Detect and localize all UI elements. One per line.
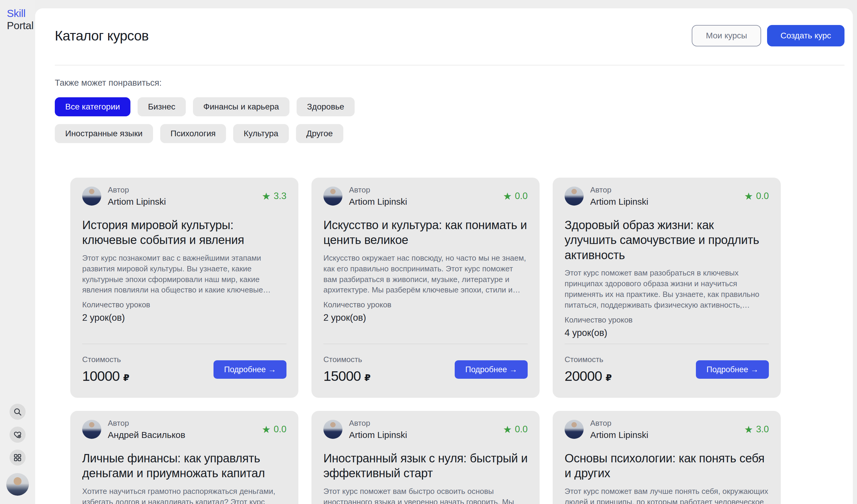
category-chip[interactable]: Психология (160, 124, 226, 143)
logo-skill: Skill (7, 7, 34, 19)
price-block: Стоимость 15000 ₽ (323, 355, 371, 384)
course-title: Основы психологии: как понять себя и дру… (565, 451, 769, 481)
category-chip[interactable]: Другое (296, 124, 343, 143)
card-footer: Стоимость 15000 ₽ Подробнее → (323, 355, 528, 384)
course-description: Этот курс поможет вам разобраться в ключ… (565, 268, 769, 311)
price-block: Стоимость 20000 ₽ (565, 355, 612, 384)
rating-value: 3.3 (274, 191, 286, 202)
create-course-button[interactable]: Создать курс (767, 25, 844, 47)
card-header: Автор Artiom Lipinski ★ 3.3 (82, 185, 286, 207)
logo[interactable]: Skill Portal (7, 7, 34, 32)
course-rating: ★ 0.0 (503, 424, 528, 435)
author-block: Автор Artiom Lipinski (349, 185, 407, 207)
details-button[interactable]: Подробнее → (455, 360, 528, 379)
cards-grid: Автор Artiom Lipinski ★ 3.3 История миро… (70, 178, 844, 504)
apps-button[interactable] (10, 450, 26, 466)
course-title: Искусство и культура: как понимать и цен… (323, 218, 528, 247)
author-name: Artiom Lipinski (590, 197, 648, 207)
author-label: Автор (590, 419, 648, 428)
price-label: Стоимость (323, 355, 371, 364)
apps-grid-icon (13, 453, 22, 462)
profile-avatar[interactable] (6, 473, 29, 496)
category-chip[interactable]: Иностранные языки (55, 124, 153, 143)
rating-value: 0.0 (515, 191, 528, 202)
card-divider (82, 344, 286, 344)
card-footer: Стоимость 20000 ₽ Подробнее → (565, 355, 769, 384)
author-label: Автор (590, 185, 648, 195)
lessons-value: 2 урок(ов) (82, 312, 286, 323)
course-description: Этот курс познакомит вас с важнейшими эт… (82, 253, 286, 296)
lessons-label: Количество уроков (323, 300, 528, 309)
star-icon: ★ (262, 424, 271, 434)
course-card: Автор Artiom Lipinski ★ 3.3 История миро… (70, 178, 298, 398)
course-description: Искусство окружает нас повсюду, но часто… (323, 253, 528, 296)
sidebar: Skill Portal (0, 0, 35, 504)
card-spacer (323, 323, 528, 344)
ruble-sign: ₽ (365, 372, 371, 383)
card-divider (565, 344, 769, 344)
details-button[interactable]: Подробнее → (696, 360, 769, 379)
price-row: 15000 ₽ (323, 368, 371, 384)
author-avatar (323, 187, 342, 206)
ruble-sign: ₽ (123, 372, 130, 383)
star-icon: ★ (503, 424, 512, 434)
my-courses-button[interactable]: Мои курсы (692, 25, 761, 47)
author-label: Автор (108, 419, 185, 428)
card-spacer (82, 323, 286, 344)
price-block: Стоимость 10000 ₽ (82, 355, 130, 384)
category-chip[interactable]: Все категории (55, 97, 131, 116)
star-icon: ★ (262, 191, 271, 201)
card-header: Автор Artiom Lipinski ★ 0.0 (565, 185, 769, 207)
suggestions-label: Также может понравиться: (55, 78, 844, 88)
price-row: 10000 ₽ (82, 368, 130, 384)
card-divider (323, 344, 528, 344)
price-value: 10000 (82, 368, 120, 384)
header-divider (55, 65, 844, 66)
price-value: 20000 (565, 368, 602, 384)
author-block: Автор Андрей Васильков (108, 419, 185, 440)
author-name: Artiom Lipinski (108, 197, 166, 207)
course-description: Этот курс поможет вам лучше понять себя,… (565, 486, 769, 504)
category-chip[interactable]: Здоровье (297, 97, 355, 116)
star-icon: ★ (744, 191, 753, 201)
card-header: Автор Artiom Lipinski ★ 0.0 (323, 185, 528, 207)
category-chip[interactable]: Культура (233, 124, 288, 143)
author-avatar (565, 420, 584, 439)
course-card: Автор Андрей Васильков ★ 0.0 Личные фина… (70, 411, 298, 504)
author-avatar (82, 420, 101, 439)
details-button[interactable]: Подробнее → (214, 360, 286, 379)
category-chip[interactable]: Бизнес (138, 97, 186, 116)
price-row: 20000 ₽ (565, 368, 612, 384)
topbar-actions: Мои курсы Создать курс (692, 25, 844, 47)
category-chips: Все категории Бизнес Финансы и карьера З… (55, 97, 445, 143)
author-name: Андрей Васильков (108, 430, 185, 440)
rating-value: 0.0 (756, 191, 769, 202)
search-button[interactable] (10, 404, 26, 420)
star-icon: ★ (503, 191, 512, 201)
author-name: Artiom Lipinski (349, 430, 407, 440)
course-card: Автор Artiom Lipinski ★ 0.0 Иностранный … (312, 411, 540, 504)
author-name: Artiom Lipinski (590, 430, 648, 440)
rating-value: 3.0 (756, 424, 769, 435)
card-header: Автор Андрей Васильков ★ 0.0 (82, 419, 286, 440)
favorites-settings-button[interactable] (10, 427, 26, 443)
rating-value: 0.0 (274, 424, 286, 435)
search-icon (13, 407, 22, 416)
author-avatar (82, 187, 101, 206)
course-rating: ★ 3.0 (744, 424, 769, 435)
category-chip[interactable]: Финансы и карьера (193, 97, 289, 116)
course-title: Иностранный язык с нуля: быстрый и эффек… (323, 451, 528, 481)
main-panel: Каталог курсов Мои курсы Создать курс Та… (35, 8, 853, 504)
card-footer: Стоимость 10000 ₽ Подробнее → (82, 355, 286, 384)
course-description: Этот курс поможет вам быстро освоить осн… (323, 486, 528, 504)
author-label: Автор (349, 419, 407, 428)
card-spacer (565, 338, 769, 344)
lessons-value: 4 урок(ов) (565, 328, 769, 338)
author-avatar (565, 187, 584, 206)
topbar: Каталог курсов Мои курсы Создать курс (55, 25, 844, 47)
author-label: Автор (108, 185, 166, 195)
course-title: Личные финансы: как управлять деньгами и… (82, 451, 286, 481)
course-rating: ★ 0.0 (503, 191, 528, 202)
page-title: Каталог курсов (55, 28, 149, 44)
sidebar-bottom-nav (0, 404, 35, 496)
